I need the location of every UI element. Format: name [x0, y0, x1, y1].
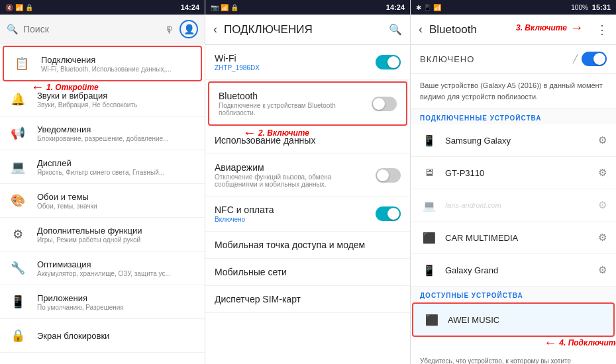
header-more-icon-3[interactable]: ⋮ [596, 23, 608, 37]
optimize-title: Оптимизация [37, 259, 197, 269]
airplane-sub: Отключение функций вызова, обмена сообще… [215, 173, 369, 188]
display-icon: 💻 [8, 157, 28, 177]
device-icon-3: ⬛ [420, 228, 438, 247]
device-gear-1[interactable]: ⚙ [598, 167, 607, 179]
bt-device-awei-music[interactable]: ⬛ AWEI MUSIC ← 4. Подключите [412, 302, 615, 337]
advanced-sub: Игры, Режим работы одной рукой [37, 236, 197, 244]
nfc-toggle[interactable] [376, 206, 401, 221]
device-gear-0[interactable]: ⚙ [598, 134, 607, 146]
apps-sub: По умолчанию, Разрешения [37, 304, 197, 311]
menu-item-apps[interactable]: 📱 Приложения По умолчанию, Разрешения [0, 285, 205, 319]
conn-item-wifi[interactable]: Wi-Fi ZHTP_1986DX [205, 45, 410, 80]
p3-icons-left: ✱ 📱 📶 [416, 4, 441, 11]
hotspot-title: Мобильная точка доступа и модем [215, 240, 401, 250]
menu-item-optimize[interactable]: 🔧 Оптимизация Аккумулятор, хранилище, ОЗ… [0, 251, 205, 285]
back-button-2[interactable]: ‹ [213, 23, 217, 36]
menu-item-notifications[interactable]: 📢 Уведомления Блокирование, разрешение, … [0, 116, 205, 150]
back-button-3[interactable]: ‹ [419, 23, 423, 36]
menu-item-wallpaper[interactable]: 🎨 Обои и темы Обои, темы, значки [0, 184, 205, 218]
status-time-2: 14:24 [386, 3, 405, 11]
conn-item-bluetooth[interactable]: Bluetooth Подключение к устройствам Blue… [208, 81, 407, 126]
bt-toggle[interactable] [372, 97, 397, 111]
connected-section-header: ПОДКЛЮЧЕННЫЕ УСТРОЙСТВА [411, 109, 616, 124]
p3-battery: 100% [571, 4, 588, 11]
settings-menu: 📋 Подключения Wi-Fi, Bluetooth, Использо… [0, 44, 205, 364]
mic-icon[interactable]: 🎙 [164, 24, 174, 35]
notifications-title: Уведомления [37, 124, 197, 134]
device-gear-2[interactable]: ⚙ [598, 199, 607, 211]
header-search-icon-2[interactable]: 🔍 [389, 23, 402, 36]
device-icon-awei: ⬛ [423, 310, 441, 329]
status-time-3: 15:31 [592, 3, 611, 11]
bt-device-car-multimedia[interactable]: ⬛ CAR MULTIMEDIA ⚙ [411, 222, 616, 254]
panel3-bluetooth: ✱ 📱 📶 100% 15:31 ‹ Bluetooth 3. Включите… [411, 0, 616, 364]
device-name-3: CAR MULTIMEDIA [445, 233, 591, 243]
menu-item-connections[interactable]: 📋 Подключения Wi-Fi, Bluetooth, Использо… [3, 46, 202, 81]
panel2-connections: 📷 📶 🔒 14:24 ‹ ПОДКЛЮЧЕНИЯ 🔍 Wi-Fi ZHTP_1… [205, 0, 411, 364]
available-section-header: ДОСТУПНЫЕ УСТРОЙСТВА [411, 287, 616, 302]
status-bar-1: 🔇 📶 🔒 14:24 [0, 0, 205, 15]
device-name-0: Samsung Galaxy [445, 136, 591, 146]
nfc-sub: Включено [215, 216, 369, 223]
advanced-title: Дополнительные функции [37, 226, 197, 236]
panel3-header: ‹ Bluetooth 3. Включите → ⋮ [411, 15, 616, 45]
conn-item-sim[interactable]: Диспетчер SIM-карт [205, 286, 410, 313]
annotation-4: 4. Подключите [559, 338, 616, 347]
menu-item-advanced[interactable]: ⚙ Дополнительные функции Игры, Режим раб… [0, 218, 205, 251]
status-time-1: 14:24 [181, 3, 199, 11]
wifi-toggle[interactable] [376, 55, 401, 69]
notifications-sub: Блокирование, разрешение, добавление... [37, 135, 197, 142]
bt-sub: Подключение к устройствам Bluetooth побл… [219, 102, 365, 116]
airplane-toggle[interactable] [376, 168, 401, 183]
sim-title: Диспетчер SIM-карт [215, 294, 401, 304]
device-name-2: fans-android.com [445, 201, 591, 209]
device-name-awei: AWEI MUSIC [448, 315, 604, 325]
wallpaper-title: Обои и темы [37, 192, 197, 202]
bt-device-samsung-galaxy[interactable]: 📱 Samsung Galaxy ⚙ [411, 124, 616, 157]
device-icon-4: 📱 [420, 261, 438, 279]
conn-item-nfc[interactable]: NFC и оплата Включено [205, 197, 410, 232]
sounds-icon: 🔔 [8, 89, 28, 109]
nfc-title: NFC и оплата [215, 205, 369, 215]
device-gear-4[interactable]: ⚙ [598, 264, 607, 276]
bt-device-galaxy-grand[interactable]: 📱 Galaxy Grand ⚙ [411, 254, 616, 287]
apps-icon: 📱 [8, 292, 28, 312]
bt-toggle-slash: ╱ [573, 54, 578, 64]
conn-item-mobile[interactable]: Мобильные сети [205, 259, 410, 286]
device-gear-3[interactable]: ⚙ [598, 232, 607, 244]
bt-device-gtp3110[interactable]: 🖥 GT-P3110 ⚙ [411, 157, 616, 189]
search-input[interactable] [23, 24, 159, 34]
menu-item-lockscreen[interactable]: 🔒 Экран блокировки [0, 319, 205, 353]
panel2-header: ‹ ПОДКЛЮЧЕНИЯ 🔍 [205, 15, 410, 45]
device-icon-2: 💻 [420, 196, 438, 214]
device-icon-1: 🖥 [420, 163, 438, 182]
connections-icon: 📋 [12, 54, 32, 73]
conn-item-hotspot[interactable]: Мобильная точка доступа и модем [205, 232, 410, 259]
bt-title: Bluetooth [219, 91, 365, 101]
menu-item-display[interactable]: 💻 Дисплей Яркость, Фильтр синего света, … [0, 150, 205, 184]
airplane-title: Авиарежим [215, 162, 369, 173]
wallpaper-icon: 🎨 [8, 191, 28, 210]
wifi-title: Wi-Fi [215, 53, 369, 64]
bt-enabled-label: ВКЛЮЧЕНО [420, 54, 474, 64]
conn-item-airplane[interactable]: Авиарежим Отключение функций вызова, обм… [205, 154, 410, 197]
avatar[interactable]: 👤 [180, 20, 198, 38]
lockscreen-title: Экран блокировки [37, 331, 197, 341]
bt-device-fans[interactable]: 💻 fans-android.com ⚙ [411, 189, 616, 222]
status-bar-2: 📷 📶 🔒 14:24 [205, 0, 410, 15]
advanced-icon: ⚙ [8, 224, 28, 244]
connections-title: Подключения [41, 55, 193, 65]
connections-sub: Wi-Fi, Bluetooth, Использование данных,.… [41, 66, 193, 73]
status-bar-3: ✱ 📱 📶 100% 15:31 [411, 0, 616, 15]
device-name-4: Galaxy Grand [445, 265, 591, 275]
bt-devices-scroll: ПОДКЛЮЧЕННЫЕ УСТРОЙСТВА 📱 Samsung Galaxy… [411, 109, 616, 364]
sounds-sub: Звуки, Вибрация, Не беспокоить [37, 101, 197, 109]
optimize-icon: 🔧 [8, 258, 28, 278]
bt-master-toggle[interactable] [582, 52, 607, 66]
annotation-1: 1. Откройте [46, 83, 99, 92]
connections-header-title: ПОДКЛЮЧЕНИЯ [224, 23, 382, 36]
connections-list: Wi-Fi ZHTP_1986DX Bluetooth Подключение … [205, 45, 410, 364]
search-icon: 🔍 [7, 24, 18, 34]
annotation-3: 3. Включите [516, 23, 567, 32]
apps-title: Приложения [37, 293, 197, 303]
